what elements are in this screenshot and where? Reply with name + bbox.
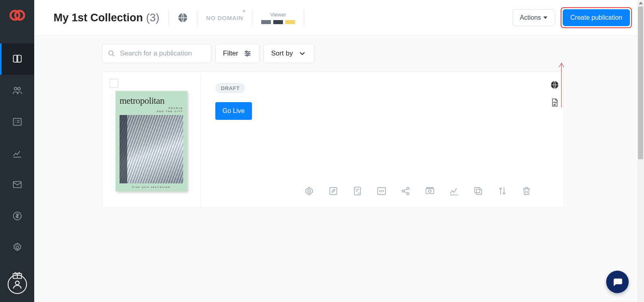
svg-point-11 xyxy=(16,246,19,249)
mail-icon xyxy=(12,179,23,190)
svg-point-36 xyxy=(429,190,431,193)
swatch xyxy=(273,20,283,24)
swatch xyxy=(261,20,271,24)
scroll-up-icon[interactable] xyxy=(639,2,643,4)
svg-point-23 xyxy=(308,190,311,193)
scrollbar[interactable] xyxy=(637,0,644,302)
create-highlight: Create publication xyxy=(561,7,632,28)
svg-point-21 xyxy=(248,53,250,54)
search-icon xyxy=(108,49,115,58)
go-live-button[interactable]: Go Live xyxy=(215,102,252,120)
select-checkbox[interactable] xyxy=(109,79,118,88)
svg-line-33 xyxy=(404,189,407,191)
user-icon xyxy=(12,279,23,290)
card-body: DRAFT Go Live A xyxy=(201,72,546,207)
sliders-icon xyxy=(243,49,252,58)
card-cover-area: metropolitan PEOPLE AND THE CITY Cras qu… xyxy=(102,72,201,207)
edit-icon[interactable] xyxy=(328,186,339,196)
svg-rect-37 xyxy=(427,187,433,188)
gear-icon[interactable] xyxy=(304,186,314,196)
chat-fab[interactable] xyxy=(606,271,629,293)
svg-line-34 xyxy=(404,191,407,193)
sort-button[interactable]: Sort by xyxy=(264,44,314,63)
sort-label: Sort by xyxy=(271,49,293,58)
actions-dropdown[interactable]: Actions xyxy=(512,9,555,26)
pdf-icon[interactable]: PDF xyxy=(550,98,559,107)
svg-line-16 xyxy=(112,54,114,56)
scroll-thumb[interactable] xyxy=(638,6,643,159)
nav-billing[interactable] xyxy=(0,200,34,232)
cover-sub1: PEOPLE xyxy=(120,107,183,109)
gift-icon xyxy=(12,269,23,280)
chart-line-icon xyxy=(12,148,23,158)
list-icon xyxy=(12,117,23,127)
nav-publications[interactable] xyxy=(0,43,34,75)
share-icon[interactable] xyxy=(400,186,411,196)
svg-rect-24 xyxy=(330,187,336,194)
actions-label: Actions xyxy=(520,14,541,21)
analytics-icon[interactable] xyxy=(449,186,459,196)
chat-icon xyxy=(612,276,623,288)
create-publication-button[interactable]: Create publication xyxy=(563,9,630,26)
theme-swatches xyxy=(261,20,295,24)
svg-rect-4 xyxy=(13,118,21,125)
header: My 1st Collection (3) NO DOMAIN Viewer A… xyxy=(34,0,644,36)
globe-icon[interactable] xyxy=(178,12,188,23)
chevron-down-icon xyxy=(298,49,307,58)
nav-list[interactable] xyxy=(0,106,34,138)
svg-text:A: A xyxy=(358,191,360,195)
book-icon xyxy=(12,54,23,64)
separator xyxy=(304,9,304,26)
copy-icon[interactable] xyxy=(473,186,483,196)
dollar-icon xyxy=(12,211,23,221)
domain-status[interactable]: NO DOMAIN xyxy=(206,14,243,21)
publication-cover[interactable]: metropolitan PEOPLE AND THE CITY Cras qu… xyxy=(116,91,187,191)
cover-title: metropolitan xyxy=(120,96,183,106)
trash-icon[interactable] xyxy=(521,186,532,196)
svg-point-20 xyxy=(246,51,247,53)
svg-rect-9 xyxy=(13,181,21,187)
main: My 1st Collection (3) NO DOMAIN Viewer A… xyxy=(34,0,644,302)
sidebar xyxy=(0,0,34,302)
filter-button[interactable]: Filter xyxy=(215,44,260,63)
viewer-theme[interactable]: Viewer xyxy=(261,12,295,24)
filter-label: Filter xyxy=(223,49,238,58)
svg-rect-35 xyxy=(426,189,434,194)
nav-mail[interactable] xyxy=(0,169,34,200)
avatar[interactable] xyxy=(8,275,27,294)
nav-analytics[interactable] xyxy=(0,138,34,169)
cover-sub2: AND THE CITY xyxy=(120,110,183,113)
card-action-row: A xyxy=(215,186,532,196)
svg-point-3 xyxy=(18,87,21,90)
swatch xyxy=(285,20,295,24)
sidebar-user[interactable] xyxy=(0,275,34,294)
search-box[interactable] xyxy=(102,44,211,63)
svg-rect-39 xyxy=(475,187,480,193)
status-badge: DRAFT xyxy=(215,83,246,93)
nav-settings[interactable] xyxy=(0,232,34,263)
svg-point-15 xyxy=(109,51,113,55)
toolbar: Filter Sort by xyxy=(102,44,615,63)
search-input[interactable] xyxy=(120,49,205,58)
separator xyxy=(252,9,252,26)
media-icon[interactable] xyxy=(425,186,435,196)
nav-people[interactable] xyxy=(0,75,34,106)
page-title: My 1st Collection (3) xyxy=(54,12,159,24)
gear-icon xyxy=(12,242,23,253)
globe-icon[interactable] xyxy=(550,80,559,89)
chevron-down-icon xyxy=(543,16,547,19)
collection-title: My 1st Collection xyxy=(54,12,143,24)
content: Filter Sort by metropolitan PEOPLE AND T… xyxy=(34,36,644,302)
svg-point-22 xyxy=(246,55,248,56)
svg-point-12 xyxy=(15,281,19,285)
logo-icon xyxy=(9,7,25,23)
svg-point-31 xyxy=(407,187,409,189)
document-icon[interactable]: A xyxy=(352,186,363,196)
embed-icon[interactable] xyxy=(376,186,387,196)
reorder-icon[interactable] xyxy=(497,186,508,196)
logo[interactable] xyxy=(0,7,34,23)
svg-rect-38 xyxy=(476,189,481,195)
separator xyxy=(197,9,197,26)
people-icon xyxy=(12,85,23,96)
svg-text:PDF: PDF xyxy=(553,101,557,104)
